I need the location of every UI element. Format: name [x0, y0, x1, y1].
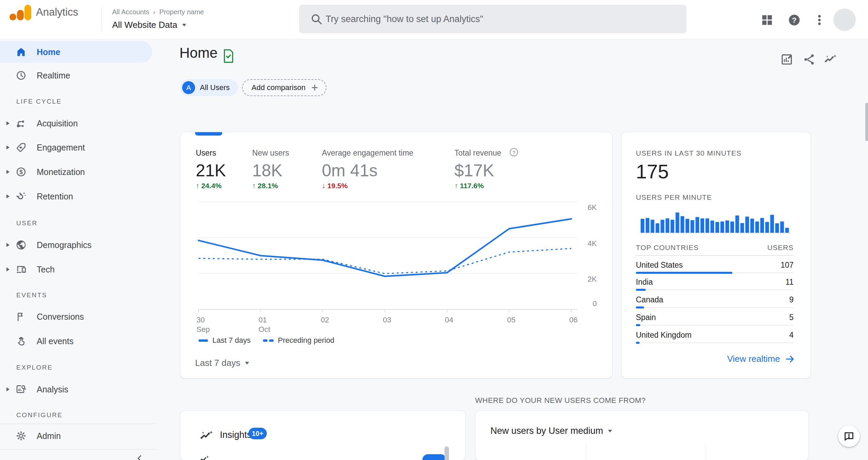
sidebar-item-acquisition[interactable]: Acquisition — [0, 112, 152, 134]
chevron-down-icon — [608, 430, 612, 432]
expand-arrow-icon[interactable] — [6, 387, 10, 391]
sidebar-item-home[interactable]: Home — [0, 41, 152, 63]
metric-value: 18K — [252, 161, 282, 180]
avatar[interactable] — [833, 8, 856, 31]
section-explore: EXPLORE — [16, 364, 53, 371]
expand-arrow-icon[interactable] — [6, 194, 10, 198]
new-users-section-heading: WHERE DO YOUR NEW USERS COME FROM? — [475, 396, 646, 405]
sidebar-item-all-events[interactable]: All events — [0, 330, 152, 352]
users-overview-card: Users 21K ↑ 24.4% New users 18K ↑ 28.1% … — [180, 132, 612, 378]
search-icon — [310, 13, 323, 25]
metric-delta: ↑ 28.1% — [252, 182, 278, 190]
sidebar-item-monetization[interactable]: $ Monetization — [0, 161, 152, 183]
expand-arrow-icon[interactable] — [6, 170, 10, 174]
sidebar: Home Realtime LIFE CYCLE Acquisition — [0, 39, 156, 460]
apps-grid-icon[interactable] — [761, 14, 774, 26]
sidebar-item-conversions[interactable]: Conversions — [0, 306, 152, 328]
svg-text:Oct: Oct — [259, 325, 270, 334]
more-vert-icon[interactable] — [813, 14, 826, 26]
devices-icon — [16, 264, 27, 275]
svg-text:01: 01 — [259, 316, 267, 324]
solid-line-swatch — [198, 339, 208, 342]
country-row[interactable]: India 11 — [622, 276, 811, 291]
page-scrollbar[interactable] — [865, 103, 868, 141]
sidebar-item-analysis[interactable]: Analysis — [0, 378, 152, 400]
customize-report-icon[interactable] — [780, 53, 793, 66]
gear-icon — [16, 430, 27, 441]
insights-title[interactable]: Insights — [220, 430, 251, 440]
acquisition-icon — [16, 118, 27, 129]
metric-delta: ↑ 117.6% — [454, 182, 484, 190]
product-name: Analytics — [36, 6, 78, 18]
metric-label[interactable]: New users — [252, 148, 289, 158]
svg-text:0: 0 — [593, 299, 597, 308]
insights-sparkle-icon[interactable] — [824, 53, 837, 66]
sidebar-divider — [0, 449, 156, 449]
chart-legend: Last 7 days Preceding period — [198, 336, 334, 345]
new-users-card: New users by User medium — [475, 410, 809, 460]
all-users-chip[interactable]: A All Users — [180, 79, 238, 96]
breadcrumb[interactable]: All Accounts › Property name — [112, 8, 204, 16]
property-selector[interactable]: All Website Data — [112, 20, 186, 30]
svg-text:?: ? — [792, 16, 797, 24]
realtime-card: USERS IN LAST 30 MINUTES 175 USERS PER M… — [621, 132, 811, 378]
metric-label[interactable]: Users — [196, 148, 216, 158]
metric-label[interactable]: Average engagement time — [322, 148, 413, 158]
sidebar-item-tech[interactable]: Tech — [0, 259, 152, 280]
engagement-tag-icon — [16, 142, 27, 153]
expand-arrow-icon[interactable] — [6, 243, 10, 247]
analytics-app: Analytics All Accounts › Property name A… — [0, 0, 868, 460]
feedback-icon — [843, 430, 855, 442]
country-row[interactable]: United Kingdom 4 — [622, 329, 811, 344]
search-bar[interactable]: Try searching "how to set up Analytics" — [299, 5, 687, 33]
top-header: Analytics All Accounts › Property name A… — [0, 0, 868, 39]
svg-text:06: 06 — [569, 316, 577, 324]
svg-text:?: ? — [512, 149, 515, 155]
help-outline-icon[interactable]: ? — [509, 147, 519, 157]
sidebar-item-engagement[interactable]: Engagement — [0, 137, 152, 158]
help-icon[interactable]: ? — [788, 14, 801, 26]
expand-arrow-icon[interactable] — [6, 145, 10, 149]
feedback-chat-button[interactable] — [838, 425, 860, 447]
country-row[interactable]: United States 107 — [622, 259, 811, 274]
metric-value: 21K — [196, 161, 226, 180]
top-countries-header: TOP COUNTRIES — [636, 244, 699, 252]
svg-text:05: 05 — [507, 316, 515, 324]
expand-arrow-icon[interactable] — [6, 267, 10, 271]
svg-text:02: 02 — [321, 316, 329, 324]
monetization-icon: $ — [16, 166, 27, 177]
svg-text:2K: 2K — [588, 275, 597, 283]
expand-arrow-icon[interactable] — [6, 121, 10, 125]
insights-scrollbar[interactable] — [445, 446, 449, 460]
section-user: USER — [16, 219, 38, 227]
section-life-cycle: LIFE CYCLE — [16, 98, 62, 105]
users-per-minute-chart[interactable] — [641, 208, 790, 234]
add-comparison-chip[interactable]: Add comparison — [242, 79, 327, 96]
date-range-selector[interactable]: Last 7 days — [195, 358, 249, 368]
chevron-down-icon — [182, 24, 186, 26]
view-realtime-link[interactable]: View realtime — [727, 354, 795, 364]
flag-icon — [16, 311, 27, 322]
header-divider — [102, 7, 102, 31]
report-check-icon[interactable] — [222, 48, 235, 64]
country-row[interactable]: Spain 5 — [622, 312, 811, 326]
users-trend-chart[interactable]: 02K4K6K30Sep01Oct0203040506 — [194, 198, 609, 344]
insights-card: Insights 10+ — [180, 410, 466, 460]
svg-text:4K: 4K — [588, 239, 597, 248]
sidebar-item-retention[interactable]: Retention — [0, 185, 152, 207]
sidebar-item-realtime[interactable]: Realtime — [0, 65, 152, 86]
insight-item-sparkle-icon — [198, 454, 210, 460]
share-icon[interactable] — [803, 53, 816, 66]
home-icon — [16, 47, 27, 57]
new-users-dimension-selector[interactable]: New users by User medium — [490, 426, 612, 436]
users-col-header: USERS — [767, 244, 794, 252]
metric-label[interactable]: Total revenue — [454, 148, 501, 158]
analytics-logo-icon[interactable] — [10, 5, 32, 20]
realtime-title: USERS IN LAST 30 MINUTES — [636, 149, 742, 157]
realtime-users-value: 175 — [636, 160, 669, 183]
sidebar-item-demographics[interactable]: Demographics — [0, 234, 152, 256]
country-row[interactable]: Canada 9 — [622, 294, 811, 309]
sidebar-item-admin[interactable]: Admin — [0, 425, 152, 447]
globe-icon — [16, 240, 27, 250]
collapse-sidebar-icon[interactable] — [135, 453, 145, 460]
